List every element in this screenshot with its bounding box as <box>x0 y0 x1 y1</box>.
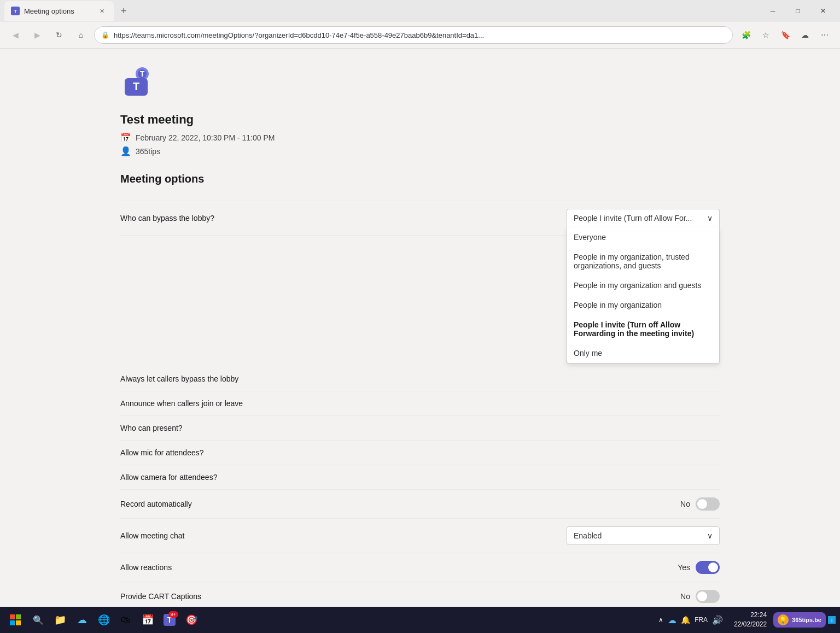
minimize-button[interactable]: ─ <box>760 0 785 22</box>
dropdown-item-org-guests[interactable]: People in my organization and guests <box>567 276 719 295</box>
store-icon: 🛍 <box>121 614 131 626</box>
close-button[interactable]: ✕ <box>810 0 836 22</box>
taskbar-store-button[interactable]: 🛍 <box>116 610 136 630</box>
taskbar-calendar-button[interactable]: 📅 <box>138 610 158 630</box>
maximize-button[interactable]: □ <box>785 0 810 22</box>
notification-icon: 🔔 <box>681 616 690 624</box>
teams-logo: T T <box>120 65 720 102</box>
bypass-lobby-trigger[interactable]: People I invite (Turn off Allow For... ∨ <box>567 209 720 227</box>
volume-icon: 🔊 <box>712 615 723 625</box>
system-tray: ∧ ☁ 🔔 FRA 🔊 <box>654 615 727 625</box>
callers-bypass-label: Always let callers bypass the lobby <box>120 374 238 383</box>
refresh-button[interactable]: ↻ <box>50 26 68 44</box>
record-auto-label: Record automatically <box>120 500 192 508</box>
taskbar-edge-button[interactable]: 🌐 <box>94 610 114 630</box>
option-row-announce-callers: Announce when callers join or leave <box>120 391 720 416</box>
allow-mic-label: Allow mic for attendees? <box>120 448 204 457</box>
reactions-toggle-label: Yes <box>678 563 690 572</box>
favorites-button[interactable]: ☆ <box>757 26 774 44</box>
windows-logo-icon <box>10 614 21 625</box>
toolbar-icons: 🧩 ☆ 🔖 ☁ ⋯ <box>737 26 833 44</box>
svg-text:T: T <box>14 8 17 14</box>
dropdown-item-invite-only[interactable]: People I invite (Turn off Allow Forwardi… <box>567 315 719 343</box>
meeting-meta: 📅 February 22, 2022, 10:30 PM - 11:00 PM… <box>120 132 720 156</box>
option-row-who-present: Who can present? <box>120 416 720 441</box>
back-button[interactable]: ◀ <box>7 26 24 44</box>
network-icon: ☁ <box>668 615 676 625</box>
meeting-title: Test meeting <box>120 113 720 127</box>
dropdown-item-everyone[interactable]: Everyone <box>567 227 719 247</box>
address-bar-row: ◀ ▶ ↻ ⌂ 🔒 https://teams.microsoft.com/me… <box>0 22 840 48</box>
reactions-toggle-wrapper: Yes <box>678 561 720 574</box>
cart-captions-slider <box>696 590 720 603</box>
record-auto-control: No <box>567 497 720 511</box>
new-tab-button[interactable]: + <box>116 3 131 19</box>
svg-text:T: T <box>140 69 145 78</box>
bypass-lobby-value: People I invite (Turn off Allow For... <box>574 214 692 222</box>
option-row-cart-captions: Provide CART Captions No <box>120 582 720 607</box>
window-controls: ─ □ ✕ <box>760 0 836 22</box>
tab-bar: T Meeting options ✕ + ─ □ ✕ <box>0 0 840 22</box>
svg-text:T: T <box>133 80 139 92</box>
taskbar-file-explorer-button[interactable]: 📁 <box>50 610 70 630</box>
record-auto-toggle-label: No <box>680 500 690 508</box>
reactions-label: Allow reactions <box>120 563 172 572</box>
taskbar-cloud-button[interactable]: ☁ <box>72 610 92 630</box>
meeting-chat-value: Enabled <box>574 531 602 540</box>
more-button[interactable]: ⋯ <box>816 26 833 44</box>
home-button[interactable]: ⌂ <box>72 26 90 44</box>
language-label: FRA <box>695 616 708 624</box>
address-bar[interactable]: 🔒 https://teams.microsoft.com/meetingOpt… <box>94 26 733 44</box>
tab-title: Meeting options <box>24 7 74 15</box>
reactions-toggle[interactable] <box>696 561 720 574</box>
record-auto-toggle[interactable] <box>696 497 720 511</box>
bypass-lobby-dropdown[interactable]: People I invite (Turn off Allow For... ∨… <box>567 209 720 227</box>
meeting-organizer-row: 👤 365tips <box>120 146 720 156</box>
edge-icon: 🌐 <box>98 614 110 626</box>
meeting-chat-dropdown[interactable]: Enabled ∨ <box>567 526 720 545</box>
reactions-slider <box>696 561 720 574</box>
active-tab[interactable]: T Meeting options ✕ <box>4 1 114 21</box>
who-present-label: Who can present? <box>120 424 183 432</box>
meeting-organizer: 365tips <box>136 147 160 156</box>
page-content: T T Test meeting 📅 February 22, 2022, 10… <box>0 49 840 607</box>
option-row-allow-camera: Allow camera for attendees? <box>120 465 720 490</box>
taskbar-app-button[interactable]: 🎯 <box>182 610 201 630</box>
notification-dot: i <box>828 616 836 624</box>
options-container: Who can bypass the lobby? People I invit… <box>120 201 720 607</box>
person-icon: 👤 <box>120 146 131 156</box>
collections-button[interactable]: 🔖 <box>777 26 794 44</box>
meeting-chat-trigger[interactable]: Enabled ∨ <box>567 526 720 545</box>
cart-captions-toggle-label: No <box>680 592 690 601</box>
taskbar-search-button[interactable]: 🔍 <box>28 610 48 630</box>
taskbar-teams-button[interactable]: T 9+ <box>160 610 179 630</box>
record-auto-slider <box>696 497 720 511</box>
option-row-allow-mic: Allow mic for attendees? <box>120 441 720 465</box>
cloud-icon[interactable]: ☁ <box>796 26 814 44</box>
dropdown-item-org-only[interactable]: People in my organization <box>567 295 719 315</box>
file-explorer-icon: 📁 <box>54 614 66 626</box>
tab-close-button[interactable]: ✕ <box>96 5 107 16</box>
clock[interactable]: 22:24 22/02/2022 <box>730 611 771 629</box>
dropdown-item-only-me[interactable]: Only me <box>567 343 719 363</box>
cart-captions-toggle-wrapper: No <box>680 590 720 603</box>
start-button[interactable] <box>4 609 26 631</box>
forward-button[interactable]: ▶ <box>28 26 46 44</box>
svg-rect-9 <box>10 620 15 625</box>
chevron-up-icon[interactable]: ∧ <box>658 616 663 624</box>
extensions-button[interactable]: 🧩 <box>737 26 755 44</box>
teams-badge: 9+ <box>168 611 178 618</box>
calendar-icon: 📅 <box>120 132 131 143</box>
cart-captions-toggle[interactable] <box>696 590 720 603</box>
meeting-chat-control: Enabled ∨ <box>567 526 720 545</box>
dropdown-item-org-trusted[interactable]: People in my organization, trusted organ… <box>567 247 719 276</box>
option-row-callers-bypass: Always let callers bypass the lobby <box>120 367 720 391</box>
tips-badge[interactable]: 💡 365tips.be <box>773 612 826 628</box>
bypass-lobby-label: Who can bypass the lobby? <box>120 214 214 222</box>
option-row-record-auto: Record automatically No <box>120 490 720 519</box>
search-icon: 🔍 <box>33 615 44 625</box>
bypass-lobby-control: People I invite (Turn off Allow For... ∨… <box>567 209 720 227</box>
svg-rect-10 <box>16 620 21 625</box>
browser-chrome: T Meeting options ✕ + ─ □ ✕ ◀ ▶ ↻ ⌂ 🔒 ht… <box>0 0 840 49</box>
teams-logo-icon: T T <box>120 65 155 100</box>
